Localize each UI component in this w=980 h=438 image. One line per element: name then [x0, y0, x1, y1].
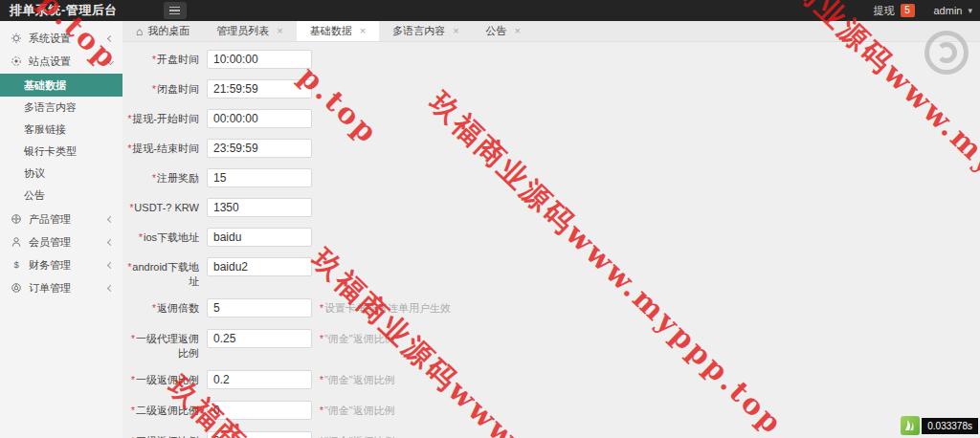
tab-label: 多语言内容 [392, 24, 445, 38]
field-hint: *"佣金"返佣比例 [320, 431, 395, 438]
sidebar-group-5[interactable]: 订单管理 [0, 277, 122, 298]
chevron-left-icon [107, 261, 114, 268]
sidebar-group-label: 财务管理 [29, 258, 108, 273]
field-label: *闭盘时间 [122, 79, 199, 97]
text-input[interactable] [207, 139, 312, 158]
sidebar-group-0[interactable]: 系统设置 [0, 28, 122, 49]
sidebar-group-label: 产品管理 [29, 212, 108, 227]
field-label: *三级返佣比例 [122, 431, 199, 438]
text-input[interactable] [207, 431, 312, 438]
text-input[interactable] [207, 168, 312, 187]
text-input[interactable] [207, 79, 312, 99]
sidebar-item-1-3[interactable]: 银行卡类型 [0, 141, 122, 163]
form-row: *闭盘时间 [122, 79, 980, 99]
form-row: *注册奖励 [122, 168, 980, 187]
product-icon [10, 213, 22, 226]
field-label: *android下载地址 [122, 257, 199, 288]
tab-1[interactable]: 管理员列表× [203, 21, 296, 41]
main-content: *开盘时间*闭盘时间*提现-开始时间*提现-结束时间*注册奖励*USDT-? K… [122, 42, 980, 438]
tab-4[interactable]: 公告× [473, 21, 534, 41]
field-label: *注册奖励 [122, 168, 199, 186]
gear-icon [10, 33, 22, 45]
tab-bar: ⌂我的桌面管理员列表×基础数据×多语言内容×公告× [122, 21, 980, 42]
required-asterisk: * [131, 405, 135, 416]
form-row: *USDT-? KRW [122, 198, 980, 217]
sidebar-item-1-0[interactable]: 基础数据 [0, 74, 122, 97]
tab-0[interactable]: ⌂我的桌面 [122, 21, 203, 41]
hamburger-menu-icon[interactable] [164, 2, 187, 19]
required-asterisk: * [139, 232, 143, 243]
text-input[interactable] [207, 198, 312, 217]
field-label: *开盘时间 [122, 50, 199, 67]
sidebar-group-3[interactable]: 会员管理 [0, 231, 122, 252]
required-asterisk: * [320, 334, 323, 344]
exec-time: 0.033378s [922, 418, 978, 434]
text-input[interactable] [207, 401, 312, 420]
text-input[interactable] [207, 109, 312, 128]
required-asterisk: * [320, 303, 323, 314]
text-input[interactable] [207, 329, 312, 348]
form-row: *提现-结束时间 [122, 139, 980, 158]
required-asterisk: * [127, 262, 131, 273]
form-row: *开盘时间 [122, 50, 980, 69]
user-menu[interactable]: admin [934, 5, 963, 16]
chevron-left-icon [107, 238, 114, 245]
required-asterisk: * [131, 334, 135, 344]
close-icon[interactable]: × [277, 26, 282, 36]
order-icon [10, 282, 22, 295]
sidebar-item-1-1[interactable]: 多语言内容 [0, 97, 122, 119]
top-header: 排单系统-管理后台 提现 5 admin ▾ [0, 0, 980, 21]
field-label: *ios下载地址 [122, 228, 199, 245]
thinkphp-logo-icon [901, 416, 920, 435]
home-icon: ⌂ [136, 25, 143, 38]
required-asterisk: * [320, 405, 323, 416]
field-hint: *"佣金"返佣比例 [320, 329, 395, 349]
sidebar-item-1-4[interactable]: 协议 [0, 163, 122, 185]
text-input[interactable] [207, 50, 312, 69]
tab-2[interactable]: 基础数据× [297, 21, 379, 41]
sidebar-item-1-2[interactable]: 客服链接 [0, 119, 122, 141]
sidebar-group-1[interactable]: 站点设置 [0, 51, 122, 72]
form-row: *提现-开始时间 [122, 109, 980, 128]
tab-label: 我的桌面 [147, 24, 189, 38]
tab-label: 基础数据 [310, 24, 352, 38]
sidebar-group-label: 站点设置 [29, 55, 108, 69]
form-row: *ios下载地址 [122, 228, 980, 247]
chevron-left-icon [107, 34, 114, 41]
app-title: 排单系统-管理后台 [10, 2, 118, 19]
required-asterisk: * [152, 84, 156, 95]
tab-3[interactable]: 多语言内容× [379, 21, 472, 41]
withdraw-link[interactable]: 提现 [874, 4, 895, 18]
close-icon[interactable]: × [453, 26, 458, 36]
field-hint: *"佣金"返佣比例 [320, 370, 395, 390]
chevron-down-icon: ▾ [968, 6, 972, 15]
close-icon[interactable]: × [360, 26, 366, 36]
required-asterisk: * [152, 55, 156, 65]
field-label: *二级返佣比例 [122, 401, 199, 418]
close-icon[interactable]: × [515, 26, 521, 36]
sidebar-item-1-5[interactable]: 公告 [0, 185, 122, 207]
tab-label: 公告 [486, 24, 507, 38]
sidebar-group-4[interactable]: $财务管理 [0, 254, 122, 275]
text-input[interactable] [207, 370, 312, 389]
text-input[interactable] [207, 257, 312, 276]
required-asterisk: * [152, 173, 156, 184]
field-label: *返佣倍数 [122, 298, 199, 316]
form-row: *二级返佣比例*"佣金"返佣比例 [122, 401, 980, 421]
sidebar-group-label: 系统设置 [29, 32, 108, 46]
chevron-down-icon [107, 57, 114, 64]
chevron-left-icon [107, 284, 114, 291]
form-row: *android下载地址 [122, 257, 980, 288]
field-label: *提现-开始时间 [122, 109, 199, 126]
form-row: *一级返佣比例*"佣金"返佣比例 [122, 370, 980, 390]
sidebar-nav: 系统设置站点设置基础数据多语言内容客服链接银行卡类型协议公告产品管理会员管理$财… [0, 21, 122, 438]
withdraw-count-badge[interactable]: 5 [901, 4, 915, 17]
sidebar-group-label: 会员管理 [29, 235, 108, 250]
settings-form: *开盘时间*闭盘时间*提现-开始时间*提现-结束时间*注册奖励*USDT-? K… [122, 50, 980, 438]
text-input[interactable] [207, 228, 312, 247]
sidebar-group-label: 订单管理 [29, 281, 108, 296]
text-input[interactable] [207, 298, 312, 318]
field-label: *一级返佣比例 [122, 370, 199, 387]
sidebar-group-2[interactable]: 产品管理 [0, 208, 122, 230]
required-asterisk: * [152, 303, 156, 314]
